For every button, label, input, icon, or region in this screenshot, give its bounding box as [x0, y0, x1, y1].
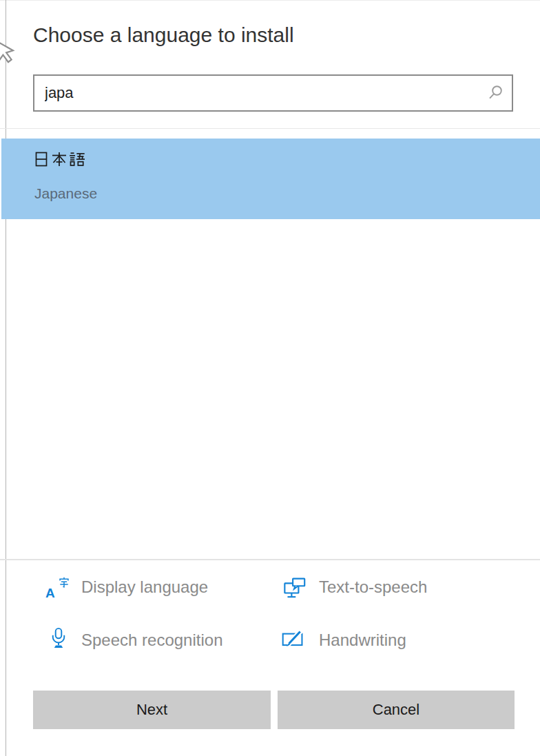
translate-kanji-glyph [59, 577, 70, 588]
kanji-nichi [33, 151, 50, 167]
translate-a-glyph: A [45, 586, 55, 600]
search-input[interactable] [34, 76, 480, 110]
text-to-speech-icon [283, 578, 306, 602]
display-language-label: Display language [81, 578, 208, 597]
panel-top-edge [0, 0, 540, 1]
search-icon[interactable] [480, 84, 512, 102]
handwriting-icon [282, 629, 305, 651]
results-top-divider [0, 128, 540, 129]
kanji-hon [51, 151, 68, 167]
cancel-button[interactable]: Cancel [278, 691, 515, 729]
next-button[interactable]: Next [33, 691, 271, 729]
language-search-box[interactable] [33, 74, 513, 112]
panel-left-border [6, 0, 6, 756]
language-native-name [33, 151, 85, 167]
handwriting-label: Handwriting [319, 631, 406, 651]
speech-recognition-icon [48, 627, 69, 652]
page-title: Choose a language to install [33, 23, 294, 48]
display-language-icon: A [45, 577, 70, 600]
text-to-speech-label: Text-to-speech [319, 578, 427, 597]
speech-recognition-label: Speech recognition [81, 631, 222, 651]
legend-divider [0, 559, 540, 560]
kanji-go [69, 151, 85, 167]
mouse-cursor [0, 33, 19, 70]
language-result-japanese[interactable]: Japanese [1, 139, 540, 219]
language-english-name: Japanese [34, 185, 97, 202]
